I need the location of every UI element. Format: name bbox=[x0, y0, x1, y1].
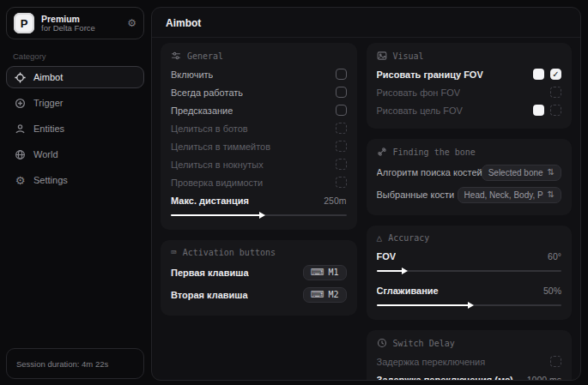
bone-algorithm-select[interactable]: Selected bone ⇅ bbox=[482, 165, 561, 181]
toggle-label: Задержка переключения bbox=[377, 357, 486, 367]
slider-label: Макс. дистанция bbox=[171, 196, 249, 206]
visual-header: Visual bbox=[377, 51, 562, 61]
slider-row: Сглаживание 50% bbox=[377, 281, 562, 299]
toggle-label: Целиться в ботов bbox=[171, 123, 248, 134]
page-title: Aimbot bbox=[166, 17, 567, 29]
brand-gear-icon[interactable]: ⚙ bbox=[127, 17, 136, 29]
checkbox[interactable]: ✓ bbox=[550, 69, 561, 80]
toggle-row: Задержка переключения ✓ bbox=[377, 352, 562, 370]
keybind-button-1[interactable]: ⌨ M1 bbox=[303, 265, 347, 280]
toggle-label: Рисовать границу FOV bbox=[377, 69, 483, 80]
general-card: General Включить ✓ Всегда работать ✓ Пре… bbox=[161, 43, 357, 230]
checkbox[interactable]: ✓ bbox=[336, 69, 347, 80]
clock-icon bbox=[377, 338, 387, 348]
slider-fill[interactable] bbox=[377, 270, 403, 272]
bone-header-label: Finding the bone bbox=[393, 147, 476, 157]
slider-value: 250m bbox=[324, 196, 346, 206]
session-duration-card: Session duration: 4m 22s bbox=[6, 348, 144, 379]
sidebar-item-aimbot[interactable]: Aimbot bbox=[6, 66, 144, 88]
brand-subtitle: for Delta Force bbox=[41, 24, 120, 33]
sidebar-item-entities[interactable]: Entities bbox=[6, 117, 144, 140]
brand-card: P Premium for Delta Force ⚙ bbox=[6, 7, 144, 39]
brand-text: Premium for Delta Force bbox=[41, 14, 120, 33]
checkbox[interactable]: ✓ bbox=[336, 87, 347, 98]
toggle-row: Целиться в нокнутых ✓ bbox=[171, 155, 347, 173]
keybind-value: M1 bbox=[328, 268, 338, 277]
controls-group: ✓ bbox=[533, 105, 561, 116]
slider-label: Сглаживание bbox=[377, 286, 439, 296]
category-label: Category bbox=[13, 51, 144, 61]
checkbox[interactable]: ✓ bbox=[336, 105, 347, 116]
keybind-button-2[interactable]: ⌨ M2 bbox=[303, 287, 347, 303]
slider-fill[interactable] bbox=[171, 214, 260, 216]
entities-icon bbox=[15, 123, 26, 135]
slider-value: 1000 ms bbox=[527, 375, 561, 381]
keybind-label: Первая клавиша bbox=[171, 268, 249, 278]
general-header: General bbox=[171, 51, 347, 61]
sidebar-item-label: Settings bbox=[33, 175, 68, 185]
select-value: Selected bone bbox=[488, 168, 543, 177]
slider-label: FOV bbox=[377, 251, 397, 262]
keyboard-icon: ⌨ bbox=[311, 290, 324, 299]
activation-header: ⌨ Activation buttons bbox=[171, 248, 347, 257]
sidebar: P Premium for Delta Force ⚙ Category Aim… bbox=[0, 0, 150, 385]
color-swatch[interactable] bbox=[533, 105, 544, 116]
activation-header-label: Activation buttons bbox=[183, 248, 276, 257]
content-columns: General Включить ✓ Всегда работать ✓ Пре… bbox=[152, 38, 580, 380]
check-icon: ✓ bbox=[552, 70, 559, 79]
accuracy-header-label: Accuracy bbox=[388, 233, 429, 243]
sidebar-nav: Aimbot Trigger Entities World ⚙ Settings bbox=[6, 66, 144, 191]
smoothing-slider[interactable] bbox=[377, 300, 562, 310]
bone-header: Finding the bone bbox=[377, 147, 562, 157]
globe-icon bbox=[15, 149, 26, 160]
toggle-row: Целиться в ботов ✓ bbox=[171, 119, 347, 137]
visual-card: Visual Рисовать границу FOV ✓ Рисовать ф… bbox=[367, 43, 573, 129]
controls-group: ✓ bbox=[533, 69, 561, 80]
sidebar-item-label: Aimbot bbox=[33, 72, 63, 82]
color-swatch[interactable] bbox=[533, 69, 544, 80]
image-icon bbox=[377, 51, 387, 61]
toggle-label: Включить bbox=[171, 69, 213, 80]
panel-header: Aimbot bbox=[152, 8, 580, 38]
accuracy-header: △ Accuracy bbox=[377, 233, 562, 243]
checkbox[interactable]: ✓ bbox=[550, 87, 561, 98]
bone-card: Finding the bone Алгоритм поиска костей … bbox=[367, 139, 573, 215]
sidebar-item-settings[interactable]: ⚙ Settings bbox=[6, 169, 144, 191]
max-distance-slider[interactable] bbox=[171, 210, 347, 220]
toggle-label: Всегда работать bbox=[171, 87, 243, 98]
sidebar-item-world[interactable]: World bbox=[6, 143, 144, 165]
toggle-row: Всегда работать ✓ bbox=[171, 83, 347, 101]
sidebar-item-label: World bbox=[33, 149, 58, 159]
checkbox[interactable]: ✓ bbox=[336, 141, 347, 152]
keybind-label: Вторая клавиша bbox=[171, 290, 248, 300]
slider-row: Задержка переключения (мс) 1000 ms bbox=[377, 370, 562, 380]
toggle-row: Рисовать фон FOV ✓ bbox=[377, 83, 562, 101]
switch-delay-header-label: Switch Delay bbox=[393, 339, 455, 348]
bone-icon bbox=[377, 147, 387, 157]
activation-card: ⌨ Activation buttons Первая клавиша ⌨ M1… bbox=[161, 240, 357, 316]
brand-logo: P bbox=[14, 13, 34, 33]
main-panel: Aimbot General Включить ✓ Всегда работат… bbox=[151, 7, 581, 381]
general-header-label: General bbox=[187, 51, 223, 61]
checkbox[interactable]: ✓ bbox=[336, 123, 347, 134]
crosshair-icon bbox=[15, 72, 26, 83]
toggle-row: Рисовать цель FOV ✓ bbox=[377, 101, 562, 119]
sidebar-item-label: Entities bbox=[33, 123, 64, 134]
chevrons-icon: ⇅ bbox=[548, 168, 555, 177]
toggle-label: Проверка видимости bbox=[171, 177, 263, 188]
checkbox[interactable]: ✓ bbox=[336, 159, 347, 170]
slider-row: Макс. дистанция 250m bbox=[171, 191, 347, 209]
select-label: Выбранные кости bbox=[377, 189, 455, 200]
checkbox[interactable]: ✓ bbox=[336, 177, 347, 188]
selected-bones-select[interactable]: Head, Neck, Body, Pe.. ⇅ bbox=[458, 187, 561, 203]
checkbox[interactable]: ✓ bbox=[550, 356, 561, 367]
toggle-row: Проверка видимости ✓ bbox=[171, 173, 347, 191]
toggle-label: Рисовать цель FOV bbox=[377, 105, 463, 116]
fov-slider[interactable] bbox=[377, 266, 562, 276]
toggle-label: Предсказание bbox=[171, 105, 233, 116]
sidebar-item-trigger[interactable]: Trigger bbox=[6, 92, 144, 114]
select-label: Алгоритм поиска костей bbox=[377, 167, 482, 177]
checkbox[interactable]: ✓ bbox=[550, 105, 561, 116]
sidebar-item-label: Trigger bbox=[33, 98, 63, 108]
slider-fill[interactable] bbox=[377, 304, 470, 306]
